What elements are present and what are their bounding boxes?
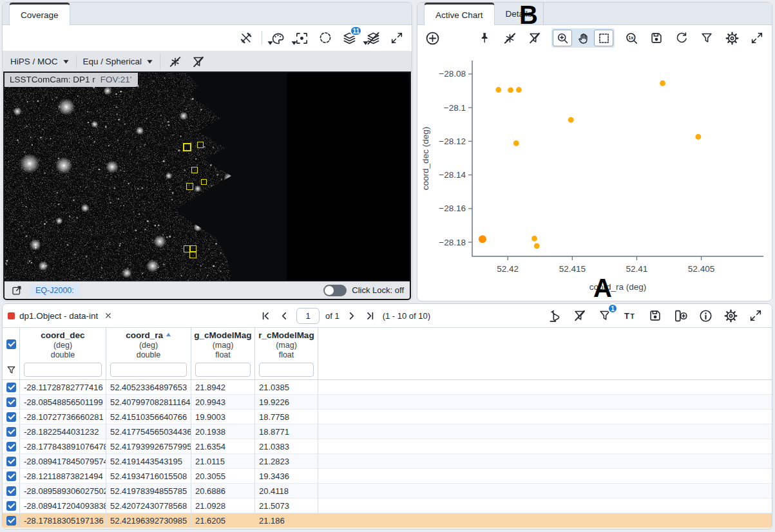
column-header-r_cModelMag[interactable]: r_cModelMag(mag)float <box>255 328 318 360</box>
row-checkbox[interactable] <box>3 469 20 483</box>
row-checkbox[interactable] <box>3 380 20 394</box>
select-region-button[interactable] <box>317 30 334 46</box>
chevron-down-icon <box>267 40 274 46</box>
last-page-button[interactable] <box>364 307 377 324</box>
row-checkbox[interactable] <box>3 499 20 513</box>
x-tick-label: 52.41 <box>626 264 648 274</box>
color-table-button[interactable] <box>269 30 286 46</box>
scatter-chart[interactable]: 52.4252.41552.4152.405−28.08−28.1−28.12−… <box>418 50 771 300</box>
projection-dropdown[interactable]: Equ / Spherical <box>83 57 154 66</box>
table-row[interactable]: -28.182254403123252.41775456503443620.19… <box>3 424 772 439</box>
data-products-button[interactable] <box>546 307 563 324</box>
coord-system-pill[interactable]: EQ-J2000: <box>30 285 80 296</box>
row-checkbox[interactable] <box>3 410 20 424</box>
row-checkbox[interactable] <box>3 439 20 453</box>
table-row[interactable]: -28.1072773666028152.4151035664076619.90… <box>3 410 772 424</box>
page-of-label: of 1 <box>325 311 340 321</box>
prev-page-button[interactable] <box>278 307 291 324</box>
filter-input-coord_dec[interactable] <box>24 363 102 377</box>
scatter-point[interactable] <box>531 236 537 242</box>
tab-active-chart[interactable]: Active Chart <box>424 3 495 25</box>
scatter-point[interactable] <box>695 134 701 140</box>
page-input[interactable] <box>296 308 320 324</box>
scatter-point[interactable] <box>568 117 574 123</box>
filter-input-r_cModelMag[interactable] <box>259 363 314 377</box>
save-table-button[interactable] <box>647 307 664 324</box>
hide-markers-button[interactable] <box>167 53 184 70</box>
table-tab[interactable]: dp1.Object - data-int <box>8 310 114 321</box>
row-checkbox[interactable] <box>3 424 20 439</box>
table-row[interactable]: -28.1211887382149452.4193471601550820.30… <box>3 469 772 484</box>
filter-chart-button[interactable] <box>698 30 715 46</box>
scatter-point-highlighted[interactable] <box>479 235 486 243</box>
add-column-button[interactable] <box>672 307 689 324</box>
source-marker[interactable] <box>189 251 196 258</box>
table-row[interactable]: -28.08941784507957452.419144354319521.01… <box>3 454 772 469</box>
scatter-point[interactable] <box>495 87 501 93</box>
table-row[interactable]: -28.08958930602750252.4197839485578520.6… <box>3 484 772 499</box>
source-marker[interactable] <box>191 167 198 173</box>
column-header-coord_dec[interactable]: coord_dec(deg)double <box>20 328 106 360</box>
hide-chart-markers-button[interactable] <box>501 30 518 46</box>
text-view-button[interactable] <box>622 307 638 324</box>
click-lock-toggle[interactable] <box>323 285 347 296</box>
source-marker[interactable] <box>183 143 191 151</box>
scatter-point[interactable] <box>660 81 665 86</box>
scatter-point[interactable] <box>513 140 519 146</box>
filter-input-coord_ra[interactable] <box>110 363 187 377</box>
select-mode-button[interactable] <box>594 30 613 46</box>
popout-readout-button[interactable] <box>10 284 23 297</box>
table-row[interactable]: -28.08941720409383852.4207243077856821.0… <box>3 499 772 513</box>
pan-mode-button[interactable] <box>573 30 593 46</box>
row-filler <box>318 513 772 527</box>
scatter-point[interactable] <box>516 87 522 93</box>
table-row[interactable]: -28.0854885650119952.40799708281116420.9… <box>3 395 772 410</box>
select-all-checkbox[interactable] <box>3 328 20 360</box>
table-row[interactable]: -28.1172878277741652.4052336489765321.89… <box>3 380 772 395</box>
recenter-button[interactable] <box>293 30 310 46</box>
clear-table-filters-button[interactable] <box>571 307 588 324</box>
filter-input-g_cModelMag[interactable] <box>195 363 251 377</box>
chart-axes <box>472 61 763 256</box>
table-settings-button[interactable] <box>722 307 739 324</box>
row-checkbox[interactable] <box>3 513 20 527</box>
row-checkbox[interactable] <box>3 395 20 409</box>
clear-filters-button[interactable] <box>190 53 207 70</box>
filter-table-button[interactable]: 1 <box>597 307 613 324</box>
source-marker[interactable] <box>186 183 193 190</box>
row-checkbox[interactable] <box>3 454 20 468</box>
row-checkbox[interactable] <box>3 484 20 498</box>
hide-overlays-button[interactable] <box>365 30 381 46</box>
column-header-coord_ra[interactable]: coord_ra (deg)double <box>106 328 191 360</box>
cell-g_cModelMag: 20.9943 <box>191 395 255 409</box>
cell-g_cModelMag: 21.6354 <box>191 439 255 453</box>
chart-settings-button[interactable] <box>723 30 740 46</box>
first-page-button[interactable] <box>259 307 272 324</box>
tab-coverage[interactable]: Coverage <box>9 3 70 25</box>
hips-moc-dropdown[interactable]: HiPS / MOC <box>10 57 70 66</box>
save-chart-button[interactable] <box>648 30 665 46</box>
table-row[interactable]: -28.17784389107647852.41793992675799521.… <box>3 439 772 454</box>
expand-chart-button[interactable] <box>749 30 765 46</box>
image-tools-button[interactable] <box>238 30 254 46</box>
source-marker[interactable] <box>201 179 207 185</box>
add-chart-button[interactable] <box>424 30 441 46</box>
clear-chart-filters-button[interactable] <box>526 30 543 46</box>
scatter-point[interactable] <box>534 243 540 249</box>
source-marker[interactable] <box>197 142 204 148</box>
tab-coverage-label: Coverage <box>21 10 59 20</box>
restore-chart-button[interactable] <box>673 30 690 46</box>
close-table-button[interactable] <box>102 310 114 321</box>
zoom-mode-button[interactable] <box>553 30 572 46</box>
column-header-g_cModelMag[interactable]: g_cModelMag(mag)float <box>191 328 255 360</box>
table-info-button[interactable] <box>697 307 714 324</box>
next-page-button[interactable] <box>345 307 358 324</box>
pin-chart-button[interactable] <box>476 30 493 46</box>
expand-coverage-button[interactable] <box>388 30 405 46</box>
sky-image[interactable]: LSSTComCam: DP1 r FOV:21' <box>5 73 410 281</box>
expand-table-button[interactable] <box>747 307 764 324</box>
zoom-original-button[interactable] <box>623 30 640 46</box>
layers-button[interactable]: 11 <box>341 30 358 46</box>
table-row[interactable]: -28.1781830519713652.4219639273098521.62… <box>3 513 772 528</box>
scatter-point[interactable] <box>508 88 513 93</box>
